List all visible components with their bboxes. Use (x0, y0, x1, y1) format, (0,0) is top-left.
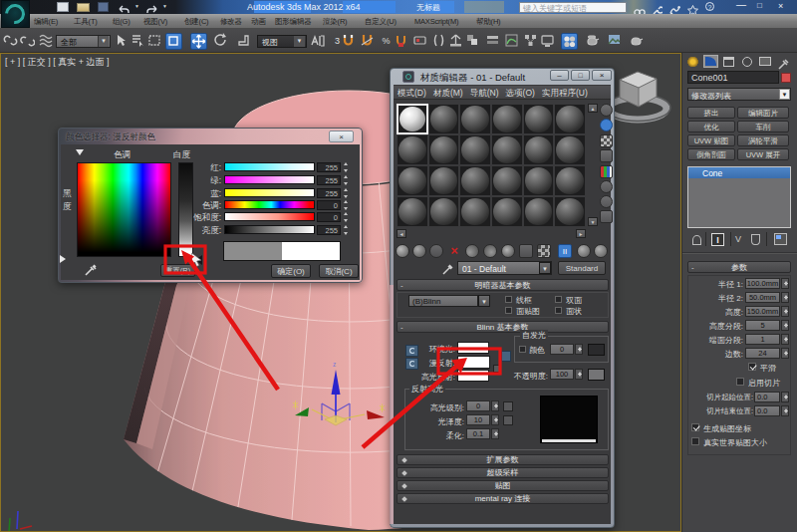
svg-text:z: z (333, 361, 336, 368)
